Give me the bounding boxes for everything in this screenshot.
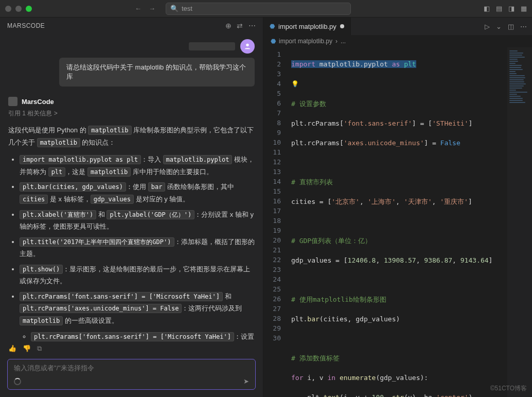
nav-back-icon[interactable]: ← (135, 5, 141, 12)
code-editor[interactable]: 1234567891011121314151617181920212223242… (263, 47, 532, 397)
bot-logo-icon (8, 97, 17, 106)
layout-controls: ◧ ▤ ◨ ▦ (484, 5, 527, 12)
editor-group: ⬣ import matplotlib.py ▷ ⌄ ◫ ⋯ ⬣ import … (263, 18, 532, 397)
thumbs-up-icon[interactable]: 👍 (8, 344, 16, 353)
toggle-primary-sidebar-icon[interactable]: ◧ (484, 5, 490, 12)
more-icon[interactable]: ⋯ (249, 22, 256, 30)
new-chat-icon[interactable]: ⊕ (225, 22, 232, 30)
nav-forward-icon[interactable]: → (149, 5, 155, 12)
more-actions-icon[interactable]: ⋯ (520, 23, 527, 30)
bot-name: MarsCode (22, 98, 54, 106)
workspace: MARSCODE ⊕ ⇄ ⋯ 请总结这段代码中关于 matplotlib 的知识… (0, 18, 532, 397)
bot-reply: 这段代码是使用 Python 的 matplotlib 库绘制条形图的典型示例，… (8, 124, 255, 342)
chat-input[interactable]: 输入消息或者"/"来选择指令 ➤ (7, 359, 256, 390)
lightbulb-icon[interactable]: 💡 (291, 80, 299, 88)
toggle-secondary-sidebar-icon[interactable]: ◨ (508, 5, 515, 12)
nav-arrows: ← → (135, 5, 155, 12)
history-icon[interactable]: ⇄ (237, 22, 243, 30)
search-icon: 🔍 (170, 5, 179, 12)
bot-header: MarsCode (8, 97, 255, 106)
citation-link[interactable]: 引用 1 相关信息 > (8, 109, 255, 118)
panel-header: MARSCODE ⊕ ⇄ ⋯ (0, 18, 263, 34)
panel-title: MARSCODE (7, 22, 45, 29)
minimize-window[interactable] (15, 6, 22, 12)
tab-bar: ⬣ import matplotlib.py ▷ ⌄ ◫ ⋯ (263, 18, 532, 35)
tab-import-matplotlib[interactable]: ⬣ import matplotlib.py (263, 18, 351, 35)
reply-actions: 👍 👎 ⧉ (0, 342, 263, 355)
command-center[interactable]: 🔍 test (166, 3, 351, 15)
search-text: test (182, 5, 192, 12)
modified-indicator-icon (340, 24, 344, 28)
split-editor-icon[interactable]: ◫ (508, 23, 514, 30)
run-icon[interactable]: ▷ (485, 23, 490, 30)
watermark: ©51CTO博客 (490, 384, 527, 393)
marscode-panel: MARSCODE ⊕ ⇄ ⋯ 请总结这段代码中关于 matplotlib 的知识… (0, 18, 263, 397)
user-avatar (240, 39, 255, 54)
run-dropdown-icon[interactable]: ⌄ (496, 23, 502, 30)
toggle-panel-icon[interactable]: ▤ (496, 5, 502, 12)
tab-label: import matplotlib.py (278, 23, 336, 30)
code-area[interactable]: import matplotlib.pyplot as plt 💡 # 设置参数… (288, 47, 507, 397)
chat-body: 请总结这段代码中关于 matplotlib 的知识点，帮助我学习这个库 Mars… (0, 34, 263, 342)
line-gutter: 1234567891011121314151617181920212223242… (263, 47, 288, 397)
python-file-icon: ⬣ (271, 38, 276, 45)
user-attachment[interactable] (189, 42, 235, 50)
bullets: import matplotlib.pyplot as plt：导入 matpl… (20, 153, 255, 342)
svg-point-0 (246, 44, 249, 46)
maximize-window[interactable] (26, 6, 32, 12)
titlebar: ← → 🔍 test ◧ ▤ ◨ ▦ (0, 0, 532, 18)
breadcrumb[interactable]: ⬣ import matplotlib.py › ... (263, 35, 532, 47)
minimap[interactable] (507, 47, 532, 397)
window-controls (5, 6, 32, 12)
chat-input-placeholder: 输入消息或者"/"来选择指令 (14, 364, 249, 373)
python-file-icon: ⬣ (270, 23, 275, 30)
thumbs-down-icon[interactable]: 👎 (23, 344, 31, 353)
loading-spinner-icon (14, 378, 21, 385)
send-icon[interactable]: ➤ (243, 377, 249, 385)
customize-layout-icon[interactable]: ▦ (521, 5, 527, 12)
user-message: 请总结这段代码中关于 matplotlib 的知识点，帮助我学习这个库 (59, 58, 255, 87)
copy-icon[interactable]: ⧉ (37, 344, 42, 353)
close-window[interactable] (5, 6, 11, 12)
